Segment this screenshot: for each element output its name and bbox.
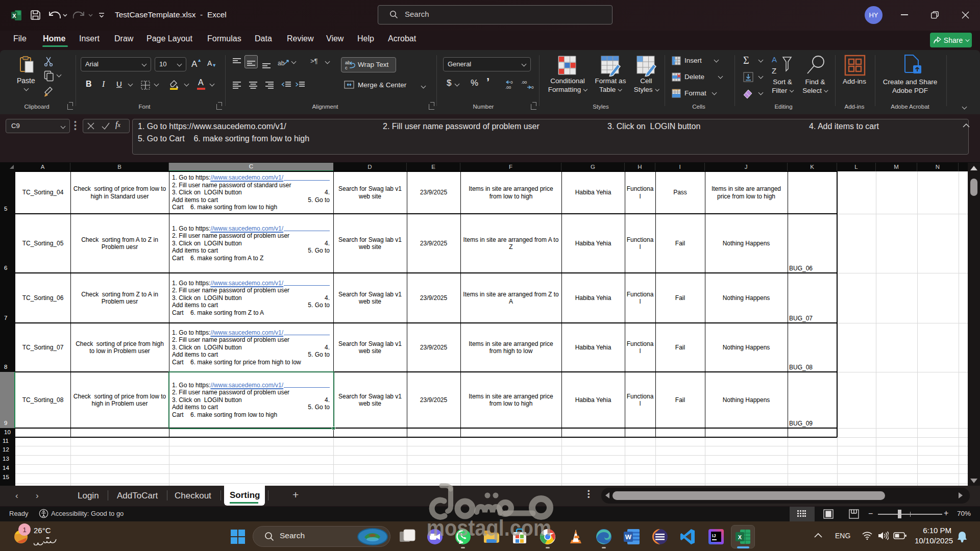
svg-text:A: A [772, 55, 777, 64]
svg-text:0: 0 [510, 80, 513, 85]
svg-text:ab: ab [345, 60, 351, 65]
svg-text:.00: .00 [505, 85, 511, 90]
svg-text:Z: Z [772, 66, 776, 75]
svg-text:0: 0 [531, 85, 534, 90]
svg-text:W: W [625, 533, 632, 541]
svg-text:X: X [12, 13, 16, 19]
svg-text:X: X [738, 534, 742, 540]
svg-text:ab: ab [278, 60, 285, 67]
svg-text:c: c [345, 65, 348, 70]
svg-text:.00: .00 [521, 80, 527, 85]
svg-text:IJ: IJ [712, 533, 716, 538]
